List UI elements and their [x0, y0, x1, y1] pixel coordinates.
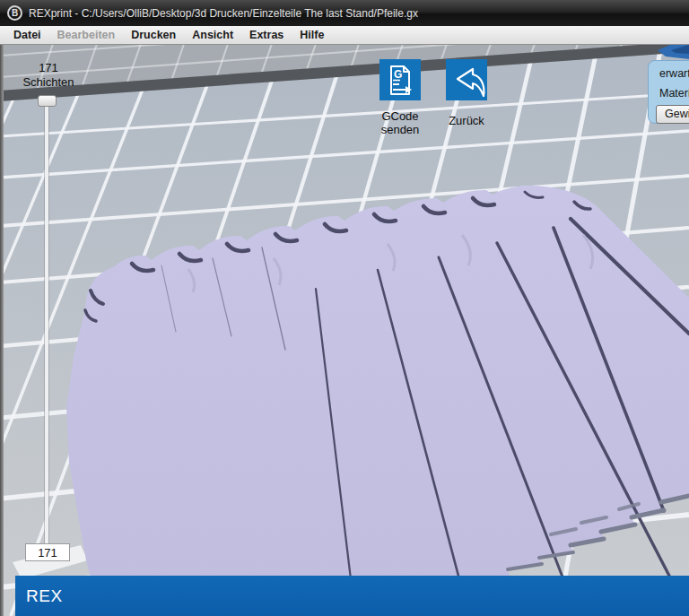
footer-brand: REX	[26, 586, 63, 606]
window-title: REXprint - C:/Users/OlliB/Desktop/3d Dru…	[29, 7, 418, 20]
layer-current-value: 171	[25, 543, 70, 561]
back-label: Zurück	[431, 114, 502, 127]
menu-datei[interactable]: Datei	[5, 27, 49, 43]
gcode-send-button[interactable]: G	[379, 59, 421, 100]
layer-slider-track[interactable]	[45, 106, 48, 545]
gcode-send-label: GCode senden	[362, 109, 438, 136]
info-expected-label: erwarte	[659, 66, 689, 81]
back-arrow-icon	[446, 59, 487, 100]
layer-slider-handle[interactable]	[38, 95, 57, 107]
gcode-document-icon: G	[379, 59, 421, 100]
viewport-3d[interactable]	[0, 0, 689, 616]
svg-text:G: G	[394, 68, 402, 81]
rexprint-logo-icon: B	[7, 5, 22, 21]
menu-hilfe[interactable]: Hilfe	[292, 27, 332, 43]
menu-bar: Datei Bearbeiten Drucken Ansicht Extras …	[0, 26, 689, 45]
menu-extras[interactable]: Extras	[241, 27, 292, 43]
title-bar: B REXprint - C:/Users/OlliB/Desktop/3d D…	[0, 0, 689, 26]
weight-button[interactable]: Gewich	[656, 105, 689, 124]
menu-ansicht[interactable]: Ansicht	[184, 27, 241, 43]
window-left-border	[0, 26, 4, 616]
app-window: B REXprint - C:/Users/OlliB/Desktop/3d D…	[0, 0, 689, 616]
layer-count-caption: Schichten	[13, 75, 84, 90]
footer-bar: REX	[15, 576, 689, 616]
menu-bearbeiten: Bearbeiten	[49, 27, 124, 43]
layer-count-label: 171 Schichten	[13, 61, 84, 90]
info-panel: erwarte Materia Gewich	[648, 60, 689, 124]
back-button[interactable]	[446, 59, 487, 100]
info-material-label: Materia	[659, 86, 689, 100]
layer-count-value: 171	[13, 61, 84, 75]
menu-drucken[interactable]: Drucken	[123, 27, 184, 43]
